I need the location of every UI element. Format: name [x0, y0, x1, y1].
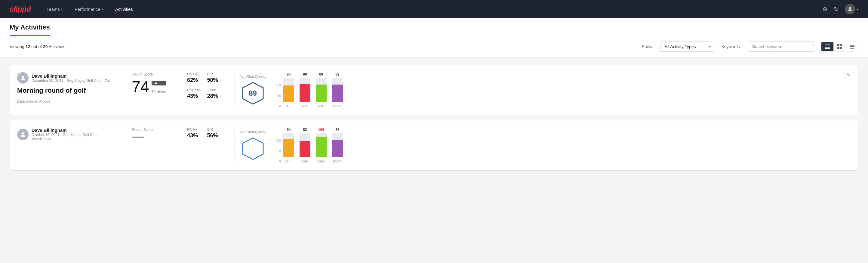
search-input[interactable] — [748, 41, 814, 52]
user-name: Dave Billingham — [32, 127, 119, 133]
user-date: October 16, 2021 - Gog Magog Golf Club -… — [32, 133, 119, 141]
bar-arg: 89 ARG — [316, 72, 327, 108]
gir-value: 50% — [207, 77, 223, 83]
score-display: 74 +4 18 Holes — [132, 79, 170, 94]
svg-rect-1 — [825, 45, 830, 45]
arg-bar-fill — [316, 85, 327, 102]
stat-fw-hit: FW Hit 62% — [187, 72, 203, 83]
gir-label: GIR — [207, 127, 223, 131]
fw-hit-label: FW Hit — [187, 127, 203, 131]
bar-ott: 85 OTT — [283, 72, 294, 108]
card-user-info: Dave Billingham October 16, 2021 - Gog M… — [17, 127, 119, 144]
stats-section: FW Hit 62% GIR 50% Up/Down 43% 1 Putt 28… — [182, 72, 227, 99]
toolbar: Viewing 12 out of 29 Activities Show: Al… — [0, 36, 868, 57]
ott-bar-fill — [283, 85, 294, 102]
score-holes: 18 Holes — [152, 90, 166, 94]
app-label: APP — [302, 104, 308, 108]
bar-app-2: 82 APP — [300, 127, 310, 163]
app-logo: clippd — [10, 4, 31, 14]
bar-putt: 89 PUTT — [332, 72, 343, 108]
navbar: clippd Teams ▾ Performance ▾ Activities … — [0, 0, 868, 18]
edit-button[interactable]: ✎ — [844, 70, 853, 80]
svg-rect-10 — [850, 46, 855, 47]
view-list-dense-button[interactable] — [822, 42, 834, 51]
activity-type-select[interactable]: All Activity Types — [660, 41, 714, 52]
refresh-button[interactable]: ↻ — [834, 5, 839, 12]
avg-shot-quality-section: Avg Shot Quality 100 50 0 — [234, 127, 851, 163]
y-axis-100: 100 — [276, 84, 281, 87]
view-toggle-group — [821, 42, 858, 52]
svg-point-14 — [22, 132, 24, 134]
round-score-section: Round Score 74 +4 18 Holes — [127, 72, 175, 94]
nav-teams[interactable]: Teams ▾ — [45, 4, 64, 14]
1putt-label: 1 Putt — [207, 88, 223, 92]
svg-rect-5 — [837, 44, 839, 46]
svg-point-0 — [849, 7, 851, 9]
updown-value: 43% — [187, 93, 203, 99]
view-grid-button[interactable] — [834, 42, 846, 51]
user-name: Dave Billingham — [32, 74, 110, 79]
y-axis-0: 0 — [279, 105, 281, 108]
svg-rect-7 — [837, 47, 839, 49]
svg-rect-2 — [825, 46, 830, 46]
activity-title: Morning round of golf — [17, 87, 119, 94]
hexagon-score: 89 — [239, 81, 266, 105]
app-bar-fill — [300, 84, 310, 102]
activity-card: Dave Billingham October 16, 2021 - Gog M… — [10, 120, 858, 171]
activities-list: ✎ Dave Billingham December 05, 2021 - Go… — [0, 57, 868, 178]
round-score-label: Round Score — [132, 72, 170, 77]
y-axis: 100 50 0 — [276, 84, 281, 108]
stat-gir: GIR 50% — [207, 72, 223, 83]
avatar — [845, 4, 855, 14]
teams-chevron-icon: ▾ — [61, 7, 63, 11]
gir-value: 56% — [207, 133, 223, 139]
updown-label: Up/Down — [187, 88, 203, 92]
svg-rect-6 — [840, 44, 842, 46]
viewing-count-text: Viewing 12 out of 29 Activities — [10, 44, 637, 49]
avg-shot-quality-label: Avg Shot Quality — [239, 75, 266, 79]
hexagon-score-value: 89 — [249, 89, 257, 97]
fw-hit-value: 62% — [187, 77, 203, 83]
score-badge: +4 — [152, 81, 166, 85]
svg-rect-4 — [825, 48, 830, 49]
user-date: December 05, 2021 - Gog Magog Golf Club … — [32, 79, 110, 83]
user-menu[interactable]: ▾ — [845, 4, 858, 14]
stat-1putt: 1 Putt 28% — [207, 88, 223, 99]
arg-label: ARG — [318, 104, 325, 108]
svg-marker-15 — [243, 138, 263, 159]
card-user-info: Dave Billingham December 05, 2021 - Gog … — [17, 72, 119, 104]
bar-putt-2: 87 PUTT — [332, 127, 343, 163]
bar-ott-2: 94 OTT — [283, 127, 294, 163]
putt-value: 89 — [335, 72, 339, 77]
data-source: Data Source: Arccos — [17, 99, 119, 104]
activity-type-select-wrapper: All Activity Types ▾ — [660, 41, 714, 52]
stats-section: FW Hit 43% GIR 56% — [182, 127, 227, 139]
view-list-full-button[interactable] — [846, 42, 858, 51]
show-label: Show: — [642, 44, 654, 49]
bar-arg-2: 106 ARG — [316, 127, 327, 163]
stat-gir: GIR 56% — [207, 127, 223, 139]
ott-value: 85 — [287, 72, 290, 77]
svg-rect-11 — [850, 48, 855, 49]
navbar-right: ⊕ ↻ ▾ — [823, 4, 858, 14]
svg-rect-9 — [850, 45, 855, 46]
y-axis-50: 50 — [278, 94, 281, 97]
keywords-label: Keywords: — [721, 44, 741, 49]
page-header: My Activities — [0, 18, 868, 36]
avg-shot-quality-label: Avg Shot Quality — [239, 130, 266, 134]
gir-label: GIR — [207, 72, 223, 76]
add-button[interactable]: ⊕ — [823, 5, 828, 12]
score-placeholder — [132, 137, 144, 138]
round-score-label: Round Score — [132, 127, 170, 132]
putt-label: PUTT — [333, 104, 342, 108]
nav-activities[interactable]: Activities — [114, 4, 134, 14]
fw-hit-label: FW Hit — [187, 72, 203, 76]
performance-chevron-icon: ▾ — [102, 7, 103, 11]
svg-point-12 — [22, 76, 24, 78]
user-row: Dave Billingham December 05, 2021 - Gog … — [17, 72, 119, 84]
fw-hit-value: 43% — [187, 133, 203, 139]
putt-bar-fill — [332, 85, 343, 102]
nav-performance[interactable]: Performance ▾ — [73, 4, 104, 14]
stat-updown: Up/Down 43% — [187, 88, 203, 99]
user-menu-chevron-icon: ▾ — [857, 7, 858, 11]
